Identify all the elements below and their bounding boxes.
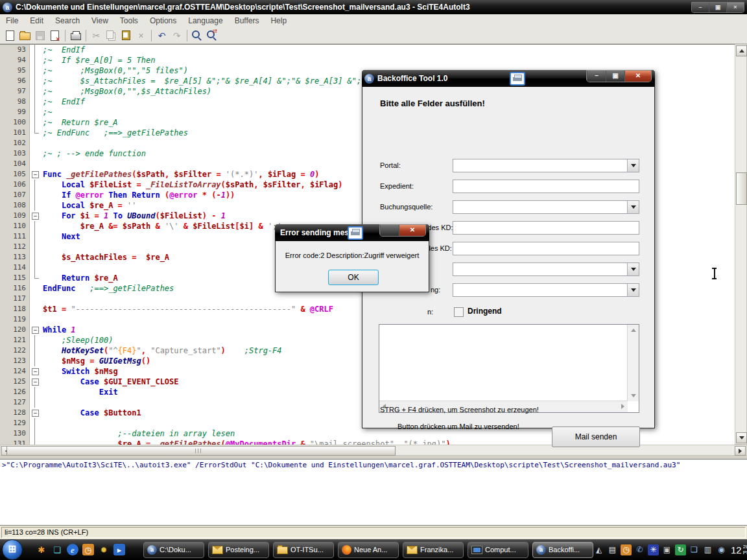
- effects-tray-icon[interactable]: ✳: [648, 544, 659, 555]
- minimize-button[interactable]: –: [692, 3, 709, 12]
- taskbar-clock[interactable]: 12 28 PM: [731, 544, 747, 555]
- clock-icon[interactable]: ◷: [82, 544, 94, 555]
- task-button-posteing-[interactable]: Posteing...: [208, 542, 269, 558]
- menu-bar[interactable]: FileEditSearchViewToolsOptionsLanguageBu…: [0, 14, 747, 28]
- task-button-c-doku-[interactable]: aC:\Doku...: [143, 542, 204, 558]
- error-dialog[interactable]: Error sending mes ✕ Error code:2 Descrip…: [275, 224, 429, 292]
- clock-tray-icon[interactable]: ◷: [621, 544, 632, 555]
- chevron-down-icon[interactable]: [627, 159, 639, 172]
- horizontal-scroll-thumb[interactable]: [6, 446, 396, 456]
- close-button[interactable]: ×: [726, 3, 744, 12]
- menu-item-buffers[interactable]: Buffers: [229, 15, 265, 27]
- scroll-down-button[interactable]: [736, 432, 747, 443]
- menu-item-help[interactable]: Help: [265, 15, 292, 27]
- undo-button[interactable]: ↶: [154, 29, 169, 43]
- menu-item-options[interactable]: Options: [144, 15, 182, 27]
- speaker-tray-icon[interactable]: ▥: [702, 544, 713, 555]
- sync-tray-icon[interactable]: ↻: [675, 544, 686, 555]
- launcher-icon[interactable]: ✱: [36, 544, 47, 555]
- displays-tray-icon[interactable]: ❏: [689, 544, 700, 555]
- menu-item-search[interactable]: Search: [49, 15, 86, 27]
- textarea-vertical-scrollbar[interactable]: [627, 325, 639, 401]
- menu-item-file[interactable]: File: [0, 15, 24, 27]
- media-player-icon[interactable]: ▸: [113, 544, 125, 555]
- code-text: [40, 138, 43, 148]
- task-button-backoffi-[interactable]: aBackoffi...: [532, 542, 593, 558]
- autoit-tray-icon[interactable]: ◭: [593, 544, 604, 555]
- portal-dropdown[interactable]: [453, 159, 639, 172]
- chevron-down-icon[interactable]: [627, 263, 639, 275]
- close-file-button[interactable]: [47, 29, 62, 43]
- notes-tray-icon[interactable]: ▤: [607, 544, 618, 555]
- task-button-comput-[interactable]: Comput...: [468, 542, 528, 558]
- task-button-franzika-[interactable]: Franzika...: [403, 542, 464, 558]
- phone-tray-icon[interactable]: ✆: [634, 544, 645, 555]
- vertical-scroll-thumb[interactable]: [736, 172, 747, 205]
- text-cursor: [711, 268, 717, 279]
- minimize-button[interactable]: [380, 225, 399, 236]
- show-desktop-icon[interactable]: ❏: [51, 544, 63, 555]
- scroll-right-button[interactable]: [735, 446, 746, 456]
- menu-item-language[interactable]: Language: [182, 15, 228, 27]
- message-textarea[interactable]: [379, 324, 639, 413]
- email-kd-input[interactable]: [453, 221, 639, 235]
- save-button[interactable]: [32, 29, 47, 43]
- close-button[interactable]: ✕: [399, 225, 425, 236]
- output-pane[interactable]: >"C:\Programme\AutoIt3\SciTE\..\autoit3.…: [0, 459, 747, 526]
- fax-tel-kd-input[interactable]: [453, 242, 639, 255]
- task-button-ot-itsu-[interactable]: OT-ITSu...: [273, 542, 334, 558]
- fold-margin: [30, 180, 40, 190]
- open-file-button[interactable]: [18, 29, 32, 43]
- menu-item-tools[interactable]: Tools: [114, 15, 144, 27]
- maximize-button[interactable]: ▣: [606, 71, 624, 82]
- fold-toggle[interactable]: [30, 408, 40, 418]
- print-button[interactable]: [68, 29, 83, 43]
- line-number: 99: [0, 107, 30, 117]
- cut-button[interactable]: ✂: [89, 29, 104, 43]
- mail-senden-button[interactable]: Mail senden: [552, 426, 640, 447]
- clip-icon: [122, 30, 130, 40]
- task-button-neue-an-[interactable]: Neue An...: [338, 542, 399, 558]
- code-text: [40, 294, 43, 304]
- fold-toggle[interactable]: [30, 325, 40, 335]
- editor-vertical-scrollbar[interactable]: [735, 44, 747, 445]
- scroll-up-button[interactable]: [736, 45, 747, 56]
- menu-item-view[interactable]: View: [86, 15, 114, 27]
- chevron-down-icon[interactable]: [627, 284, 639, 296]
- ok-button[interactable]: OK: [328, 270, 379, 285]
- urgent-checkbox[interactable]: [454, 307, 464, 317]
- new-file-button[interactable]: [3, 29, 18, 43]
- paste-button[interactable]: [119, 29, 134, 43]
- find-button[interactable]: [190, 29, 205, 43]
- fold-toggle[interactable]: [30, 377, 40, 387]
- error-dialog-title-bar[interactable]: Error sending mes ✕: [275, 224, 429, 241]
- field-label-portal: Portal:: [380, 159, 401, 172]
- title-bar[interactable]: a C:\Dokumente und Einstellungen\marcel.…: [0, 0, 747, 14]
- copy-button[interactable]: [104, 29, 119, 43]
- fold-toggle[interactable]: [30, 211, 40, 221]
- restore-button[interactable]: ▣: [709, 3, 726, 12]
- field-6-dropdown[interactable]: [453, 262, 639, 276]
- fold-toggle[interactable]: [30, 366, 40, 377]
- close-button[interactable]: ✕: [624, 71, 651, 82]
- chevron-down-icon[interactable]: [627, 201, 639, 213]
- field-7-dropdown[interactable]: [453, 283, 639, 297]
- urgent-checkbox-label[interactable]: Dringend: [468, 307, 502, 316]
- send-hint: Button drücken um Mail zu versenden!: [397, 423, 519, 430]
- start-button[interactable]: ⊞: [2, 539, 23, 560]
- toolbar: ✂×↶↷: [0, 27, 747, 44]
- fold-toggle[interactable]: [30, 169, 40, 180]
- internet-explorer-icon[interactable]: e: [67, 544, 78, 555]
- redo-button[interactable]: ↷: [169, 29, 184, 43]
- replace-button[interactable]: [205, 29, 220, 43]
- minimize-button[interactable]: –: [587, 71, 606, 82]
- network-tray-icon[interactable]: ▣: [661, 544, 672, 555]
- media-icon[interactable]: ✹: [98, 544, 110, 555]
- delete-button[interactable]: ×: [134, 29, 148, 43]
- buchungsquelle-dropdown[interactable]: [453, 200, 639, 214]
- camera-tray-icon[interactable]: ◉: [716, 544, 727, 555]
- line-number: 125: [0, 377, 30, 387]
- menu-item-edit[interactable]: Edit: [24, 15, 49, 27]
- backoffice-title-bar[interactable]: a Backoffice Tool 1.0 – ▣ ✕: [362, 70, 655, 87]
- expedient-input[interactable]: [453, 180, 639, 193]
